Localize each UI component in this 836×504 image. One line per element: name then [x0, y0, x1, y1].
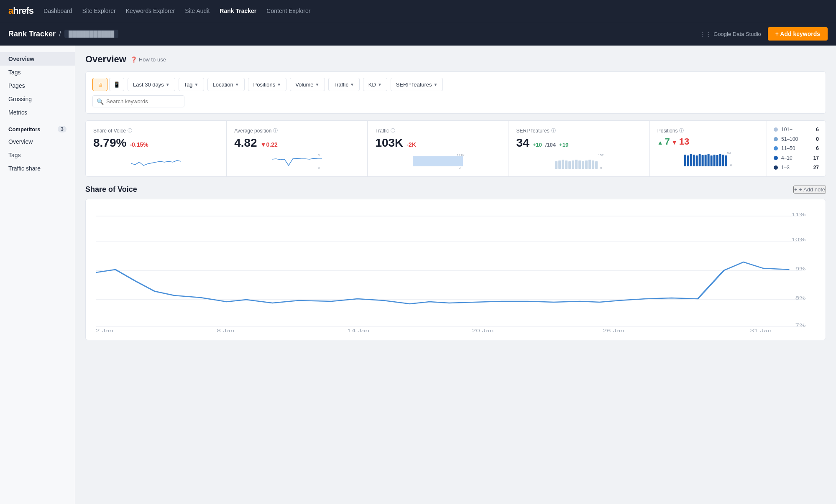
- avg-pos-mini-chart: 3 8: [234, 153, 360, 170]
- legend-dot-11: [774, 146, 778, 150]
- sov-section-header: Share of Voice + + Add note: [85, 185, 826, 194]
- legend-label-11: 11–50: [781, 145, 813, 151]
- sidebar-item-tags[interactable]: Tags: [0, 66, 75, 79]
- chevron-down-icon: ▼: [434, 82, 438, 87]
- stat-card-positions: Positions ⓘ ▲ 7 ▼ 13 63 0: [650, 121, 826, 176]
- sov-label: Share of Voice ⓘ: [93, 127, 219, 134]
- search-input[interactable]: [92, 95, 184, 107]
- chevron-down-icon: ▼: [315, 82, 320, 87]
- add-keywords-button[interactable]: + Add keywords: [768, 27, 828, 41]
- svg-text:3: 3: [318, 153, 320, 157]
- traffic-delta: -2K: [406, 141, 416, 148]
- positions-up: 7: [665, 136, 670, 147]
- nav-keywords-explorer[interactable]: Keywords Explorer: [126, 8, 175, 14]
- nav-rank-tracker[interactable]: Rank Tracker: [220, 8, 256, 14]
- svg-text:14 Jan: 14 Jan: [348, 328, 369, 333]
- kd-filter[interactable]: KD ▼: [363, 78, 387, 91]
- search-row: 🔍: [92, 95, 819, 107]
- date-range-filter[interactable]: Last 30 days ▼: [128, 78, 175, 91]
- desktop-view-button[interactable]: 🖥: [92, 78, 107, 91]
- view-toggle: 🖥 📱: [92, 78, 124, 91]
- sov-mini-chart: [93, 153, 219, 170]
- svg-rect-19: [595, 161, 598, 169]
- traffic-info-icon[interactable]: ⓘ: [391, 127, 395, 134]
- svg-rect-30: [707, 154, 709, 166]
- sidebar-item-competitors-tags[interactable]: Tags: [0, 148, 75, 162]
- nav-dashboard[interactable]: Dashboard: [43, 8, 72, 14]
- legend-count-1: 27: [813, 165, 819, 171]
- up-arrow-icon: ▲: [657, 139, 663, 146]
- search-wrap: 🔍: [92, 95, 184, 107]
- svg-text:8: 8: [318, 166, 320, 170]
- chevron-down-icon: ▼: [277, 82, 281, 87]
- serp-total: /104: [545, 142, 556, 148]
- traffic-value: 103K -2K: [375, 136, 501, 150]
- sidebar-item-overview[interactable]: Overview: [0, 52, 75, 66]
- sidebar-item-competitors-overview[interactable]: Overview: [0, 135, 75, 148]
- svg-rect-11: [568, 161, 571, 169]
- svg-rect-17: [588, 160, 591, 169]
- add-note-button[interactable]: + + Add note: [793, 186, 826, 193]
- site-name: ███████████: [64, 30, 118, 38]
- traffic-filter[interactable]: Traffic ▼: [328, 78, 360, 91]
- avg-pos-info-icon[interactable]: ⓘ: [273, 127, 278, 134]
- chevron-down-icon: ▼: [166, 82, 170, 87]
- rank-tracker-label: Rank Tracker: [8, 30, 56, 38]
- desktop-icon: 🖥: [97, 81, 103, 88]
- traffic-mini-chart: 121K 0: [375, 153, 501, 170]
- top-nav: ahrefs Dashboard Site Explorer Keywords …: [0, 0, 836, 22]
- positions-label: Positions: [253, 81, 276, 88]
- how-to-use[interactable]: ❓ How to use: [130, 56, 166, 63]
- avg-pos-number: 4.82: [234, 136, 257, 150]
- svg-rect-23: [687, 155, 689, 166]
- legend-label-101: 101+: [781, 127, 813, 132]
- svg-rect-27: [698, 154, 701, 166]
- sidebar-item-traffic-share[interactable]: Traffic share: [0, 162, 75, 175]
- avg-pos-sparkline: 3 8: [234, 153, 360, 170]
- nav-site-explorer[interactable]: Site Explorer: [82, 8, 116, 14]
- chevron-down-icon: ▼: [235, 82, 239, 87]
- serp-info-icon[interactable]: ⓘ: [551, 127, 556, 134]
- positions-mini-chart: 63 0: [657, 150, 759, 167]
- positions-filter[interactable]: Positions ▼: [248, 78, 287, 91]
- svg-rect-29: [704, 155, 706, 166]
- svg-rect-32: [713, 155, 715, 166]
- nav-site-audit[interactable]: Site Audit: [185, 8, 210, 14]
- sub-header: Rank Tracker / ███████████ ⋮⋮ Google Dat…: [0, 22, 836, 46]
- sov-info-icon[interactable]: ⓘ: [128, 127, 132, 134]
- svg-text:0: 0: [459, 166, 461, 170]
- kd-label: KD: [368, 81, 376, 88]
- svg-rect-18: [592, 160, 594, 169]
- sidebar-item-metrics[interactable]: Metrics: [0, 106, 75, 119]
- google-data-studio-link[interactable]: ⋮⋮ Google Data Studio: [700, 31, 761, 37]
- mobile-view-button[interactable]: 📱: [109, 78, 124, 91]
- tag-filter[interactable]: Tag ▼: [179, 78, 204, 91]
- svg-text:20 Jan: 20 Jan: [472, 328, 494, 333]
- traffic-label: Traffic: [334, 81, 348, 88]
- volume-filter[interactable]: Volume ▼: [290, 78, 325, 91]
- gds-label: Google Data Studio: [713, 31, 761, 37]
- nav-content-explorer[interactable]: Content Explorer: [266, 8, 310, 14]
- legend-dot-1: [774, 165, 778, 170]
- location-filter[interactable]: Location ▼: [207, 78, 245, 91]
- serp-features-filter[interactable]: SERP features ▼: [391, 78, 443, 91]
- chevron-down-icon: ▼: [194, 82, 199, 87]
- main-content: Overview ❓ How to use 🖥 📱 Last 30 days: [75, 46, 836, 504]
- svg-rect-36: [725, 155, 727, 166]
- legend-row-4: 4–10 17: [774, 155, 819, 161]
- page-title: Overview: [85, 54, 126, 65]
- svg-text:0: 0: [600, 166, 602, 170]
- sov-svg-chart: 11% 10% 9% 8% 7% 2 Jan 8 Ja: [96, 208, 816, 333]
- sidebar-item-grossing[interactable]: Grossing: [0, 92, 75, 106]
- svg-rect-28: [701, 155, 703, 166]
- legend-dot-51: [774, 137, 778, 141]
- traffic-bar-chart: 121K 0: [375, 153, 501, 170]
- positions-info-icon[interactable]: ⓘ: [679, 127, 684, 134]
- layout: Overview Tags Pages Grossing Metrics Com…: [0, 46, 836, 504]
- legend-dot-4: [774, 156, 778, 160]
- sidebar-item-pages[interactable]: Pages: [0, 79, 75, 92]
- sov-sparkline: [93, 153, 219, 170]
- traffic-number: 103K: [375, 136, 403, 150]
- serp-added: +10: [533, 142, 542, 148]
- sov-delta: -0.15%: [130, 141, 148, 148]
